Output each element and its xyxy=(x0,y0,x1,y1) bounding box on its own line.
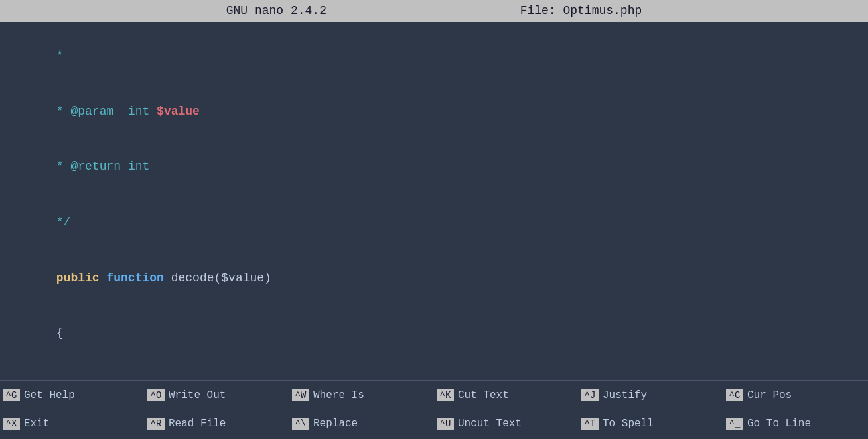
code-line: { xyxy=(13,306,855,362)
label-cur-pos: Cur Pos xyxy=(747,389,792,401)
shortcut-go-to-line[interactable]: ^_ Go To Line xyxy=(723,416,868,431)
label-where-is: Where Is xyxy=(313,389,364,401)
label-uncut-text: Uncut Text xyxy=(458,418,522,430)
label-write-out: Write Out xyxy=(169,389,226,401)
key-get-help: ^G xyxy=(3,389,20,401)
key-cut-text: ^K xyxy=(437,389,454,401)
label-to-spell: To Spell xyxy=(603,418,654,430)
editor-area[interactable]: * * @param int $value * @return int */ p… xyxy=(0,22,868,380)
shortcut-cur-pos[interactable]: ^C Cur Pos xyxy=(723,388,868,403)
shortcut-uncut-text[interactable]: ^U Uncut Text xyxy=(434,416,579,431)
code-line: * @param int $value xyxy=(13,84,855,140)
key-go-to-line: ^_ xyxy=(726,418,743,430)
key-justify: ^J xyxy=(581,389,599,401)
shortcut-bar: ^G Get Help ^O Write Out ^W Where Is ^K … xyxy=(0,380,868,438)
shortcut-replace[interactable]: ^\ Replace xyxy=(289,416,434,431)
key-cur-pos: ^C xyxy=(726,389,743,401)
label-justify: Justify xyxy=(603,389,647,401)
shortcut-get-help[interactable]: ^G Get Help xyxy=(0,388,145,403)
label-cut-text: Cut Text xyxy=(458,389,509,401)
code-line: if ( ! is_numeric($value)) xyxy=(13,361,855,380)
shortcut-row-2: ^X Exit ^R Read File ^\ Replace ^U Uncut… xyxy=(0,410,868,439)
key-to-spell: ^T xyxy=(581,418,599,430)
key-where-is: ^W xyxy=(292,389,309,401)
shortcut-to-spell[interactable]: ^T To Spell xyxy=(579,416,723,431)
shortcut-cut-text[interactable]: ^K Cut Text xyxy=(434,388,579,403)
key-replace: ^\ xyxy=(292,418,309,430)
label-exit: Exit xyxy=(24,418,49,430)
key-exit: ^X xyxy=(3,418,20,430)
label-get-help: Get Help xyxy=(24,389,75,401)
code-line: */ xyxy=(13,195,855,251)
key-read-file: ^R xyxy=(147,418,165,430)
code-line: public function decode($value) xyxy=(13,251,855,306)
shortcut-justify[interactable]: ^J Justify xyxy=(579,388,723,403)
app-name: GNU nano 2.4.2 xyxy=(226,4,326,17)
shortcut-where-is[interactable]: ^W Where Is xyxy=(289,388,434,403)
title-bar: GNU nano 2.4.2 File: Optimus.php xyxy=(0,0,868,22)
key-write-out: ^O xyxy=(147,389,165,401)
code-line: * @return int xyxy=(13,140,855,196)
label-go-to-line: Go To Line xyxy=(747,418,811,430)
label-read-file: Read File xyxy=(169,418,226,430)
shortcut-row-1: ^G Get Help ^O Write Out ^W Where Is ^K … xyxy=(0,381,868,410)
file-label: File: Optimus.php xyxy=(520,4,642,17)
shortcut-read-file[interactable]: ^R Read File xyxy=(145,416,289,431)
label-replace: Replace xyxy=(313,418,358,430)
code-line: * xyxy=(13,29,855,84)
shortcut-exit[interactable]: ^X Exit xyxy=(0,416,145,431)
shortcut-write-out[interactable]: ^O Write Out xyxy=(145,388,289,403)
key-uncut-text: ^U xyxy=(437,418,454,430)
